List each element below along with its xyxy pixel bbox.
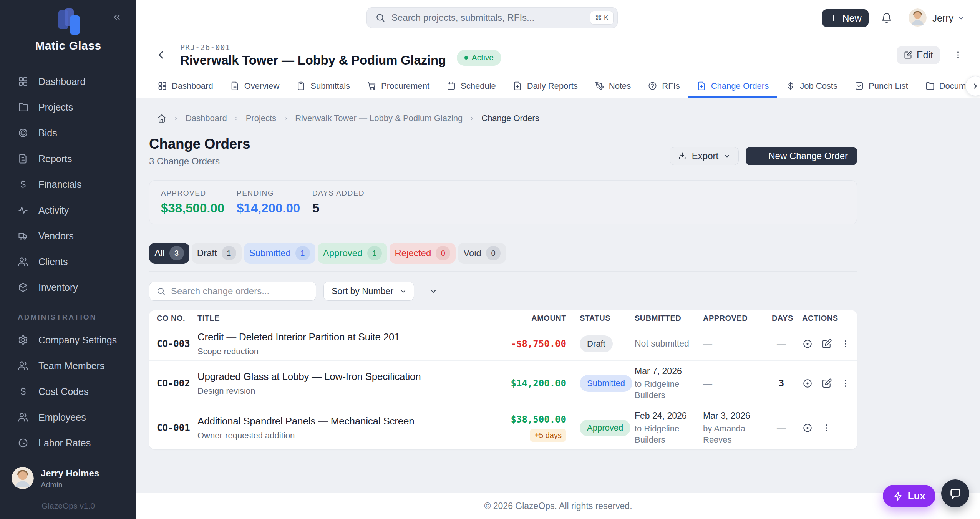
co-status-pill: Draft: [580, 335, 613, 352]
row-menu-icon[interactable]: [841, 339, 851, 349]
sidebar-item-company-settings[interactable]: Company Settings: [9, 329, 127, 351]
co-actions: [791, 338, 851, 349]
new-button[interactable]: New: [822, 9, 869, 27]
sidebar-item-reports[interactable]: Reports: [9, 148, 127, 169]
sidebar-item-dashboard[interactable]: Dashboard: [9, 71, 127, 92]
filter-approved[interactable]: Approved1: [318, 243, 387, 264]
copyright: © 2026 GlazeOps. All rights reserved.: [484, 501, 632, 511]
table-row[interactable]: CO-003Credit — Deleted Interior Partitio…: [149, 327, 857, 361]
download-icon: [678, 151, 687, 161]
filter-draft[interactable]: Draft1: [192, 243, 242, 264]
edit-button[interactable]: Edit: [897, 46, 940, 64]
home-icon[interactable]: [157, 113, 167, 123]
tab-change-orders[interactable]: Change Orders: [688, 74, 777, 98]
view-icon[interactable]: [802, 338, 813, 349]
edit-icon[interactable]: [821, 378, 832, 389]
sidebar-item-projects[interactable]: Projects: [9, 96, 127, 118]
tab-rfis[interactable]: RFIs: [639, 74, 688, 98]
page-subtitle: 3 Change Orders: [149, 156, 250, 167]
sort-select[interactable]: Sort by Number: [323, 282, 414, 301]
sidebar-header: Matic Glass: [0, 0, 136, 58]
table-row[interactable]: CO-001Additional Spandrel Panels — Mecha…: [149, 406, 857, 449]
new-change-order-button[interactable]: New Change Order: [746, 147, 857, 165]
search-icon: [156, 287, 166, 296]
view-icon[interactable]: [802, 423, 813, 433]
folder-icon: [925, 81, 935, 91]
breadcrumb-item[interactable]: Projects: [246, 113, 276, 123]
filter-count: 0: [486, 246, 501, 260]
sidebar-user-role: Admin: [41, 481, 99, 489]
sidebar-user-name: Jerry Holmes: [41, 468, 99, 479]
tab-procurement[interactable]: Procurement: [358, 74, 438, 98]
sidebar-item-cost-codes[interactable]: Cost Codes: [9, 381, 127, 402]
sidebar: Matic Glass DashboardProjectsBidsReports…: [0, 0, 136, 519]
sidebar-item-bids[interactable]: Bids: [9, 122, 127, 144]
sidebar-item-employees[interactable]: Employees: [9, 406, 127, 428]
filter-submitted[interactable]: Submitted1: [244, 243, 315, 264]
bell-icon[interactable]: [881, 12, 892, 24]
global-search-input[interactable]: Search projects, submittals, RFIs... ⌘ K: [366, 7, 618, 28]
breadcrumb-item[interactable]: Riverwalk Tower — Lobby & Podium Glazing: [295, 113, 463, 123]
sidebar-admin-nav: Company SettingsTeam MembersCost CodesEm…: [0, 329, 136, 458]
brand-logo: [53, 10, 84, 34]
sidebar-item-team-members[interactable]: Team Members: [9, 355, 127, 376]
co-amount: $14,200.00: [511, 378, 567, 389]
tab-punch-list[interactable]: Punch List: [846, 74, 917, 98]
row-menu-icon[interactable]: [841, 378, 851, 388]
tab-overview[interactable]: Overview: [222, 74, 288, 98]
page-title: Change Orders: [149, 136, 250, 152]
filter-void[interactable]: Void0: [458, 243, 506, 264]
collapse-filters-icon[interactable]: [429, 287, 438, 296]
cart-icon: [367, 81, 376, 91]
co-approved: Mar 3, 2026by Amanda Reeves: [703, 411, 772, 445]
breadcrumb-item[interactable]: Dashboard: [186, 113, 227, 123]
change-orders-table: CO NO.TITLEAMOUNTSTATUSSUBMITTEDAPPROVED…: [149, 310, 857, 449]
stat-days-added: DAYS ADDED5: [312, 189, 388, 216]
column-header-approved: APPROVED: [703, 314, 772, 323]
lux-assistant-button[interactable]: Lux: [883, 485, 935, 507]
search-placeholder: Search projects, submittals, RFIs...: [391, 12, 590, 23]
clock-icon: [18, 438, 28, 448]
users-icon: [18, 412, 28, 423]
users-icon: [18, 360, 28, 371]
edit-icon[interactable]: [821, 338, 832, 349]
sidebar-item-labor-rates[interactable]: Labor Rates: [9, 432, 127, 454]
filter-rejected[interactable]: Rejected0: [390, 243, 456, 264]
stat-approved: APPROVED$38,500.00: [161, 189, 237, 216]
chat-button[interactable]: [941, 479, 969, 507]
kebab-menu-icon[interactable]: [953, 50, 963, 60]
table-row[interactable]: CO-002Upgraded Glass at Lobby — Low-Iron…: [149, 361, 857, 406]
sidebar-item-inventory[interactable]: Inventory: [9, 277, 127, 298]
filter-all[interactable]: All3: [149, 243, 189, 264]
view-icon[interactable]: [802, 378, 813, 389]
export-button[interactable]: Export: [670, 147, 739, 165]
user-menu[interactable]: Jerry: [932, 13, 965, 24]
tab-job-costs[interactable]: Job Costs: [777, 74, 846, 98]
tab-submittals[interactable]: Submittals: [288, 74, 358, 98]
tab-notes[interactable]: Notes: [586, 74, 639, 98]
box-icon: [18, 282, 28, 293]
tab-dashboard[interactable]: Dashboard: [149, 74, 222, 98]
project-header: PRJ-26-001 Riverwalk Tower — Lobby & Pod…: [136, 36, 980, 74]
file-plus-icon: [697, 81, 706, 91]
project-code: PRJ-26-001: [180, 43, 446, 52]
tab-schedule[interactable]: Schedule: [438, 74, 504, 98]
breadcrumb-item: Change Orders: [481, 113, 539, 123]
tab-daily-reports[interactable]: Daily Reports: [504, 74, 586, 98]
sidebar-collapse-icon[interactable]: [112, 12, 122, 22]
change-order-search-input[interactable]: Search change orders...: [149, 282, 316, 301]
project-tabs: DashboardOverviewSubmittalsProcurementSc…: [136, 74, 980, 98]
topbar-avatar[interactable]: [909, 8, 927, 28]
sidebar-user[interactable]: Jerry Holmes Admin: [0, 458, 136, 491]
co-amount: -$8,750.00: [511, 338, 567, 349]
sidebar-item-vendors[interactable]: Vendors: [9, 225, 127, 247]
sidebar-item-clients[interactable]: Clients: [9, 251, 127, 272]
back-button[interactable]: [156, 50, 166, 60]
sidebar-item-financials[interactable]: Financials: [9, 174, 127, 195]
brand-name: Matic Glass: [35, 39, 101, 52]
sidebar-item-activity[interactable]: Activity: [9, 199, 127, 221]
row-menu-icon[interactable]: [821, 423, 831, 433]
status-badge: Active: [457, 50, 501, 66]
search-shortcut: ⌘ K: [590, 11, 614, 25]
co-title: Additional Spandrel Panels — Mechanical …: [197, 415, 492, 427]
